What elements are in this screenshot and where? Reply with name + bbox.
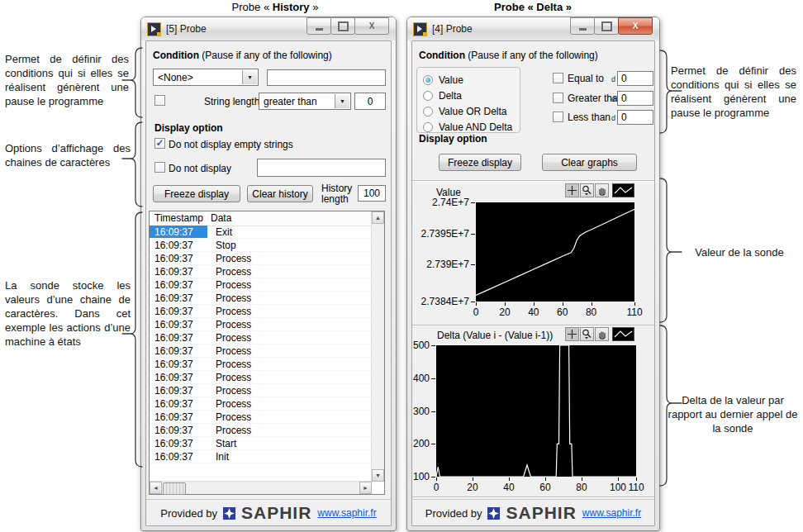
saphir-link[interactable]: www.saphir.fr	[317, 507, 376, 519]
table-row[interactable]: 16:09:37Process	[150, 265, 372, 278]
condition-checkbox[interactable]	[553, 112, 563, 122]
cell-data[interactable]: Process	[207, 278, 372, 292]
table-row[interactable]: 16:09:37Process	[150, 358, 372, 371]
cell-data[interactable]: Process	[207, 424, 372, 437]
table-row[interactable]: 16:09:37Process	[150, 371, 372, 384]
cell-data[interactable]: Process	[207, 318, 372, 331]
close-button[interactable]: X	[354, 17, 389, 35]
cell-data[interactable]: Process	[207, 292, 372, 305]
cell-timestamp[interactable]: 16:09:37	[150, 437, 207, 450]
increment-glyph-icon[interactable]: d	[611, 114, 615, 122]
radio-icon[interactable]	[423, 107, 433, 116]
table-row[interactable]: 16:09:37Process	[150, 278, 372, 292]
cell-timestamp[interactable]: 16:09:37	[150, 371, 207, 384]
condition-value-input[interactable]: 0	[617, 91, 653, 106]
value-plot-area[interactable]	[476, 202, 634, 302]
minimize-button[interactable]	[570, 17, 595, 35]
radio-icon[interactable]	[423, 75, 433, 85]
cell-timestamp[interactable]: 16:09:37	[150, 358, 207, 371]
cell-data[interactable]: Process	[207, 384, 372, 397]
cell-timestamp[interactable]: 16:09:37	[150, 292, 207, 305]
cell-timestamp[interactable]: 16:09:37	[150, 344, 207, 358]
cell-timestamp[interactable]: 16:09:37	[150, 252, 207, 265]
cell-timestamp[interactable]: 16:09:37	[150, 397, 207, 411]
table-row[interactable]: 16:09:37Process	[150, 331, 372, 344]
horizontal-scrollbar[interactable]: ◄ ►	[150, 481, 372, 494]
scrollbar-thumb[interactable]	[163, 482, 186, 495]
cell-data[interactable]: Init	[207, 450, 372, 463]
scroll-right-icon[interactable]: ►	[359, 482, 372, 494]
chevron-down-icon[interactable]: ▼	[242, 70, 257, 84]
cell-timestamp[interactable]: 16:09:37	[150, 278, 207, 292]
pan-hand-tool-button[interactable]	[595, 327, 609, 341]
condition-type-dropdown[interactable]: <None> ▼	[153, 69, 259, 86]
maximize-button[interactable]	[594, 17, 619, 35]
cell-data[interactable]: Process	[207, 411, 372, 424]
cell-data[interactable]: Stop	[207, 239, 372, 252]
cell-data[interactable]: Exit	[207, 226, 372, 239]
zoom-tool-button[interactable]	[580, 327, 594, 341]
increment-glyph-icon[interactable]: d	[611, 95, 615, 103]
cell-data[interactable]: Process	[207, 305, 372, 318]
clear-graphs-button[interactable]: Clear graphs	[542, 154, 637, 171]
cell-timestamp[interactable]: 16:09:37	[150, 450, 207, 463]
cell-timestamp[interactable]: 16:09:37	[150, 226, 207, 239]
pan-hand-tool-button[interactable]	[595, 183, 609, 197]
chevron-down-icon[interactable]: ▼	[335, 94, 349, 108]
table-row[interactable]: 16:09:37Stop	[150, 239, 372, 252]
table-row[interactable]: 16:09:37Process	[150, 292, 372, 305]
radio-value-or-delta[interactable]: Value OR Delta	[417, 103, 520, 119]
cell-data[interactable]: Process	[207, 331, 372, 344]
condition-value-input[interactable]: 0	[617, 110, 653, 125]
column-header-timestamp[interactable]: Timestamp	[154, 212, 203, 224]
cell-data[interactable]: Process	[207, 358, 372, 371]
cell-timestamp[interactable]: 16:09:37	[150, 411, 207, 424]
string-length-checkbox[interactable]	[154, 95, 165, 106]
value-plot-legend[interactable]	[612, 183, 634, 197]
radio-icon[interactable]	[423, 122, 433, 132]
table-row[interactable]: 16:09:37Process	[150, 397, 372, 411]
history-length-input[interactable]: 100	[358, 185, 386, 202]
table-row[interactable]: 16:09:37Exit	[150, 226, 372, 239]
cell-timestamp[interactable]: 16:09:37	[150, 384, 207, 397]
condition-value-input[interactable]	[267, 69, 386, 86]
cell-data[interactable]: Process	[207, 265, 372, 278]
table-row[interactable]: 16:09:37Process	[150, 318, 372, 331]
string-length-value-input[interactable]: 0	[354, 93, 386, 110]
table-row[interactable]: 16:09:37Process	[150, 424, 372, 437]
cell-timestamp[interactable]: 16:09:37	[150, 318, 207, 331]
condition-checkbox[interactable]	[553, 93, 563, 103]
close-button[interactable]: X	[618, 17, 653, 35]
do-not-display-checkbox[interactable]	[154, 162, 165, 173]
scroll-up-icon[interactable]: ▲	[372, 211, 384, 224]
minimize-button[interactable]	[306, 17, 331, 35]
radio-value[interactable]: Value	[417, 72, 520, 88]
maximize-button[interactable]	[330, 17, 355, 35]
table-row[interactable]: 16:09:37Process	[150, 305, 372, 318]
increment-glyph-icon[interactable]: d	[611, 75, 615, 83]
table-row[interactable]: 16:09:37Init	[150, 450, 372, 463]
delta-plot-area[interactable]	[436, 345, 636, 477]
crosshair-tool-button[interactable]	[565, 327, 579, 341]
table-row[interactable]: 16:09:37Process	[150, 252, 372, 265]
radio-delta[interactable]: Delta	[417, 88, 520, 103]
hide-empty-strings-checkbox[interactable]	[154, 138, 165, 149]
cell-data[interactable]: Start	[207, 437, 372, 450]
freeze-display-button[interactable]: Freeze display	[153, 185, 240, 202]
table-row[interactable]: 16:09:37Start	[150, 437, 372, 450]
zoom-tool-button[interactable]	[580, 183, 594, 197]
clear-history-button[interactable]: Clear history	[247, 185, 313, 202]
cell-timestamp[interactable]: 16:09:37	[150, 265, 207, 278]
freeze-display-button[interactable]: Freeze display	[439, 154, 521, 171]
cell-data[interactable]: Process	[207, 397, 372, 411]
cell-timestamp[interactable]: 16:09:37	[150, 424, 207, 437]
condition-value-input[interactable]: 0	[617, 71, 653, 86]
table-row[interactable]: 16:09:37Process	[150, 344, 372, 358]
cell-timestamp[interactable]: 16:09:37	[150, 331, 207, 344]
vertical-scrollbar[interactable]: ▲ ▼	[371, 211, 384, 482]
do-not-display-input[interactable]	[257, 159, 386, 177]
table-header[interactable]: Timestamp Data	[150, 211, 372, 226]
table-row[interactable]: 16:09:37Process	[150, 411, 372, 424]
string-length-op-dropdown[interactable]: greater than ▼	[259, 93, 351, 110]
cell-timestamp[interactable]: 16:09:37	[150, 305, 207, 318]
